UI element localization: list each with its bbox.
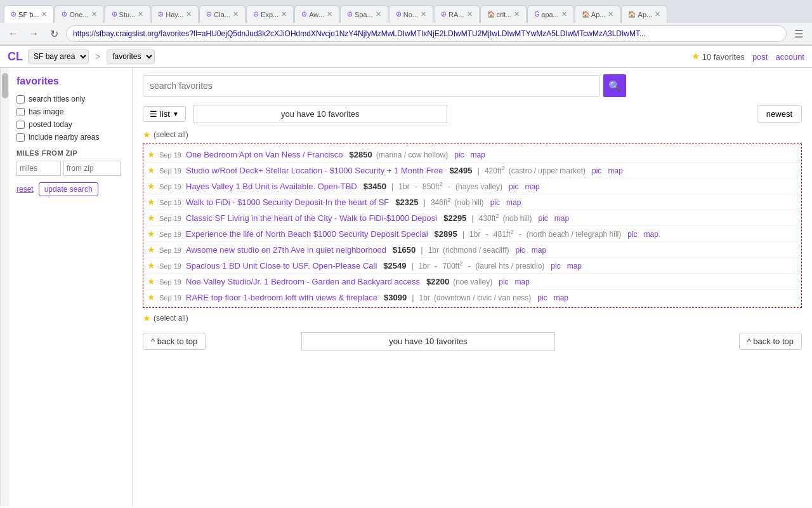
- listing-star-icon[interactable]: ★: [147, 292, 155, 302]
- listing-pic-link[interactable]: pic: [537, 293, 547, 302]
- listing-star-icon[interactable]: ★: [147, 229, 155, 239]
- tab-close-icon[interactable]: ✕: [655, 10, 660, 18]
- listing-pic-link[interactable]: pic: [490, 198, 500, 207]
- tab-close-icon[interactable]: ✕: [186, 10, 192, 18]
- listing-star-icon[interactable]: ★: [147, 260, 155, 271]
- listing-title-link[interactable]: Spacious 1 BD Unit Close to USF. Open-Pl…: [186, 261, 377, 271]
- search-input[interactable]: [143, 75, 599, 97]
- tab-close-icon[interactable]: ✕: [608, 10, 613, 18]
- listing-map-link[interactable]: map: [506, 198, 521, 207]
- back-to-top-left-button[interactable]: ^ back to top: [143, 333, 206, 350]
- zip-input[interactable]: [63, 161, 121, 176]
- tab-close-icon[interactable]: ✕: [91, 10, 97, 18]
- listing-star-icon[interactable]: ★: [147, 149, 155, 159]
- browser-tab-tab7[interactable]: ☮ Aw...✕: [294, 5, 339, 23]
- newest-button[interactable]: newest: [757, 105, 802, 123]
- option-posted-today[interactable]: posted today: [16, 120, 124, 129]
- listing-star-icon[interactable]: ★: [147, 213, 155, 223]
- tab-close-icon[interactable]: ✕: [561, 10, 567, 18]
- tab-close-icon[interactable]: ✕: [281, 10, 287, 18]
- browser-tab-tab8[interactable]: ☮ Spa...✕: [340, 5, 388, 23]
- listing-pic-link[interactable]: pic: [454, 150, 464, 159]
- option-search-titles[interactable]: search titles only: [16, 95, 124, 104]
- listing-pic-link[interactable]: pic: [551, 262, 560, 271]
- listing-map-link[interactable]: map: [515, 277, 530, 286]
- post-link[interactable]: post: [752, 52, 768, 62]
- miles-input[interactable]: [16, 161, 61, 176]
- listing-title-link[interactable]: Noe Valley Studio/Jr. 1 Bedroom - Garden…: [186, 277, 420, 286]
- tab-close-icon[interactable]: ✕: [421, 10, 426, 18]
- forward-button[interactable]: →: [25, 25, 42, 42]
- listing-pic-link[interactable]: pic: [592, 166, 601, 175]
- select-all-bottom-star-icon[interactable]: ★: [143, 313, 151, 323]
- back-button[interactable]: ←: [5, 25, 22, 42]
- listing-pic-link[interactable]: pic: [627, 230, 637, 239]
- listing-star-icon[interactable]: ★: [147, 165, 155, 175]
- search-titles-checkbox[interactable]: [16, 95, 25, 104]
- tab-close-icon[interactable]: ✕: [514, 10, 520, 18]
- listing-pic-link[interactable]: pic: [509, 182, 518, 191]
- listing-title-link[interactable]: Walk to FiDi - $1000 Security Deposit-In…: [186, 197, 389, 207]
- tab-close-icon[interactable]: ✕: [376, 10, 381, 18]
- listing-title-link[interactable]: Experience the life of North Beach $1000…: [186, 229, 428, 239]
- sidebar-scrolltrack[interactable]: [0, 68, 9, 506]
- select-all-bottom[interactable]: ★ (select all): [143, 313, 802, 323]
- listing-map-link[interactable]: map: [608, 166, 622, 175]
- browser-tab-tab14[interactable]: 🏠 Ap...✕: [621, 5, 667, 23]
- reload-button[interactable]: ↻: [46, 25, 62, 42]
- area-select[interactable]: SF bay area: [28, 50, 89, 64]
- select-all-star-icon[interactable]: ★: [143, 130, 151, 140]
- browser-tab-tab4[interactable]: ☮ Hay...✕: [151, 5, 199, 23]
- posted-today-checkbox[interactable]: [16, 121, 25, 129]
- browser-tab-tab3[interactable]: ☮ Stu...✕: [105, 5, 151, 23]
- address-bar[interactable]: [66, 25, 787, 42]
- has-image-checkbox[interactable]: [16, 108, 25, 116]
- listing-title-link[interactable]: Hayes Valley 1 Bd Unit is Available. Ope…: [186, 182, 357, 191]
- listing-map-link[interactable]: map: [567, 262, 582, 271]
- listing-pic-link[interactable]: pic: [515, 246, 525, 255]
- tab-close-icon[interactable]: ✕: [467, 10, 473, 18]
- sidebar-scrollthumb[interactable]: [2, 73, 8, 98]
- update-search-button[interactable]: update search: [39, 182, 98, 196]
- listing-star-icon[interactable]: ★: [147, 197, 155, 207]
- listing-map-link[interactable]: map: [470, 150, 485, 159]
- listing-title-link[interactable]: RARE top floor 1-bedroom loft with views…: [186, 293, 377, 302]
- listing-pic-link[interactable]: pic: [538, 214, 547, 223]
- option-has-image[interactable]: has image: [16, 107, 124, 116]
- listing-title-link[interactable]: One Bedroom Apt on Van Ness / Francisco: [186, 150, 343, 159]
- extensions-button[interactable]: ☰: [790, 25, 807, 42]
- browser-tab-tab12[interactable]: G apa...✕: [527, 5, 573, 23]
- listing-map-link[interactable]: map: [525, 182, 539, 191]
- browser-tab-tab13[interactable]: 🏠 Ap...✕: [575, 5, 621, 23]
- listing-star-icon[interactable]: ★: [147, 181, 155, 191]
- tab-close-icon[interactable]: ✕: [138, 10, 143, 18]
- listing-map-link[interactable]: map: [644, 230, 658, 239]
- browser-tab-tab5[interactable]: ☮ Cla...✕: [199, 5, 246, 23]
- tab-close-icon[interactable]: ✕: [233, 10, 239, 18]
- reset-button[interactable]: reset: [16, 182, 34, 196]
- tab-close-icon[interactable]: ✕: [41, 10, 47, 18]
- listing-map-link[interactable]: map: [554, 293, 568, 302]
- browser-tab-tab1[interactable]: ☮ SF b...✕: [4, 5, 54, 23]
- tab-close-icon[interactable]: ✕: [327, 10, 332, 18]
- listing-title-link[interactable]: Studio w/Roof Deck+ Stellar Location - $…: [186, 166, 443, 175]
- list-view-button[interactable]: ☰ list ▼: [143, 106, 186, 122]
- browser-tab-tab9[interactable]: ☮ No...✕: [389, 5, 433, 23]
- listing-title-link[interactable]: Classic SF Living in the heart of the Ci…: [186, 213, 437, 223]
- nearby-checkbox[interactable]: [16, 133, 25, 142]
- listing-pic-link[interactable]: pic: [499, 277, 508, 286]
- browser-tab-tab2[interactable]: ☮ One...✕: [55, 5, 103, 23]
- browser-tab-tab6[interactable]: ☮ Exp...✕: [246, 5, 294, 23]
- account-link[interactable]: account: [775, 52, 804, 62]
- option-nearby[interactable]: include nearby areas: [16, 133, 124, 142]
- select-all-top[interactable]: ★ (select all): [143, 130, 802, 140]
- listing-map-link[interactable]: map: [554, 214, 569, 223]
- listing-star-icon[interactable]: ★: [147, 244, 155, 255]
- browser-tab-tab11[interactable]: 🏠 crit...✕: [480, 5, 527, 23]
- listing-map-link[interactable]: map: [532, 246, 546, 255]
- listing-star-icon[interactable]: ★: [147, 276, 155, 286]
- listing-title-link[interactable]: Awsome new studio on 27th Ave in quiet n…: [186, 245, 386, 255]
- browser-tab-tab10[interactable]: ☮ RA...✕: [434, 5, 480, 23]
- back-to-top-right-button[interactable]: ^ back to top: [739, 333, 802, 350]
- search-button[interactable]: 🔍: [603, 74, 626, 97]
